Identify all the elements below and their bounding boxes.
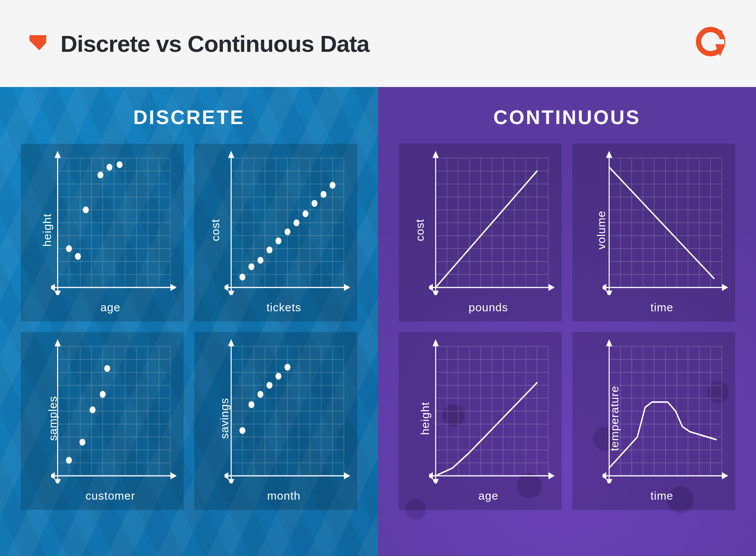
continuous-panel: CONTINUOUS costpounds volumetime heighta… xyxy=(378,87,756,556)
chart-svg xyxy=(603,339,728,483)
svg-marker-133 xyxy=(229,480,233,483)
svg-point-69 xyxy=(276,238,282,244)
svg-marker-223 xyxy=(433,480,438,483)
svg-marker-166 xyxy=(433,152,438,157)
svg-point-108 xyxy=(104,365,110,372)
chart-xlabel: month xyxy=(267,489,301,502)
chart-svg xyxy=(51,151,177,295)
svg-point-72 xyxy=(302,210,308,217)
svg-point-138 xyxy=(248,401,254,408)
chart-svg xyxy=(225,339,350,483)
svg-point-71 xyxy=(293,219,299,226)
svg-point-141 xyxy=(276,373,282,380)
chart-svg xyxy=(429,339,555,483)
svg-marker-26 xyxy=(55,152,60,157)
svg-point-107 xyxy=(100,391,106,398)
chart-xlabel: tickets xyxy=(266,301,301,314)
svg-marker-27 xyxy=(55,291,60,295)
header: Discrete vs Continuous Data 2 xyxy=(0,0,756,87)
content: DISCRETE heightage costtickets samplescu… xyxy=(0,87,756,556)
svg-marker-170 xyxy=(429,285,432,290)
svg-point-74 xyxy=(321,191,327,198)
g2-logo-icon: 2 xyxy=(692,25,730,62)
svg-point-75 xyxy=(330,182,336,189)
chart-ylabel: height xyxy=(419,402,432,435)
discrete-title: DISCRETE xyxy=(21,106,357,129)
svg-point-139 xyxy=(257,391,263,398)
chart-svg xyxy=(225,151,350,295)
svg-point-70 xyxy=(285,228,291,235)
svg-point-65 xyxy=(239,274,245,281)
svg-marker-251 xyxy=(607,480,611,483)
chart-svg xyxy=(429,151,555,295)
discrete-charts-grid: heightage costtickets samplescustomer sa… xyxy=(21,144,357,510)
svg-point-68 xyxy=(266,247,273,253)
chart-svg xyxy=(51,339,177,483)
svg-point-142 xyxy=(285,364,291,371)
chart-ylabel: cost xyxy=(209,219,222,241)
arrow-icon xyxy=(26,32,49,55)
chart-ylabel: volume xyxy=(595,211,608,250)
svg-marker-222 xyxy=(433,340,438,346)
svg-point-106 xyxy=(90,407,96,413)
svg-point-32 xyxy=(75,253,81,260)
chart-discrete-3: samplescustomer xyxy=(21,332,184,510)
chart-xlabel: age xyxy=(101,301,121,314)
svg-marker-60 xyxy=(229,152,233,157)
svg-marker-194 xyxy=(607,152,611,157)
svg-marker-132 xyxy=(229,340,233,346)
svg-point-73 xyxy=(311,200,318,207)
svg-marker-225 xyxy=(549,473,553,478)
chart-ylabel: temperature xyxy=(608,386,621,451)
chart-ylabel: savings xyxy=(218,398,231,439)
chart-ylabel: cost xyxy=(414,219,426,241)
svg-marker-253 xyxy=(722,473,727,478)
svg-marker-226 xyxy=(429,473,432,478)
chart-ylabel: samples xyxy=(46,396,59,441)
header-left: Discrete vs Continuous Data xyxy=(26,30,369,57)
chart-discrete-1: heightage xyxy=(21,144,184,321)
svg-marker-195 xyxy=(607,291,611,295)
chart-xlabel: age xyxy=(479,489,499,502)
svg-marker-198 xyxy=(603,285,606,290)
chart-xlabel: pounds xyxy=(469,301,508,314)
svg-marker-169 xyxy=(549,285,553,290)
svg-marker-102 xyxy=(171,473,175,478)
continuous-title: CONTINUOUS xyxy=(399,106,735,129)
svg-point-35 xyxy=(107,164,113,171)
svg-point-66 xyxy=(248,263,254,270)
svg-point-105 xyxy=(79,439,85,446)
svg-marker-103 xyxy=(51,473,54,478)
svg-marker-136 xyxy=(225,473,228,478)
svg-point-140 xyxy=(266,382,273,389)
chart-ylabel: height xyxy=(41,213,54,247)
svg-marker-30 xyxy=(51,285,54,290)
svg-marker-254 xyxy=(603,473,606,478)
chart-xlabel: time xyxy=(651,301,674,314)
chart-continuous-1: costpounds xyxy=(399,144,562,321)
svg-point-67 xyxy=(257,257,263,264)
svg-point-31 xyxy=(66,245,72,252)
svg-point-137 xyxy=(239,427,245,434)
continuous-charts-grid: costpounds volumetime heightage temperat… xyxy=(399,144,735,510)
svg-marker-167 xyxy=(433,291,438,295)
chart-continuous-3: heightage xyxy=(399,332,562,510)
svg-marker-64 xyxy=(225,285,228,290)
svg-point-36 xyxy=(117,161,123,168)
svg-marker-250 xyxy=(607,340,611,346)
page-title: Discrete vs Continuous Data xyxy=(60,30,369,57)
chart-svg xyxy=(603,151,728,295)
chart-discrete-2: costtickets xyxy=(194,144,357,321)
svg-marker-61 xyxy=(229,291,233,295)
svg-point-104 xyxy=(66,457,72,464)
chart-xlabel: time xyxy=(651,489,674,502)
svg-marker-29 xyxy=(171,285,175,290)
svg-marker-99 xyxy=(55,340,60,346)
chart-continuous-2: volumetime xyxy=(572,144,735,321)
svg-rect-1 xyxy=(711,39,724,45)
chart-continuous-4: temperaturetime xyxy=(572,332,735,510)
svg-marker-100 xyxy=(55,480,60,483)
svg-point-34 xyxy=(98,171,104,178)
svg-marker-135 xyxy=(344,473,349,478)
svg-marker-197 xyxy=(722,285,727,290)
